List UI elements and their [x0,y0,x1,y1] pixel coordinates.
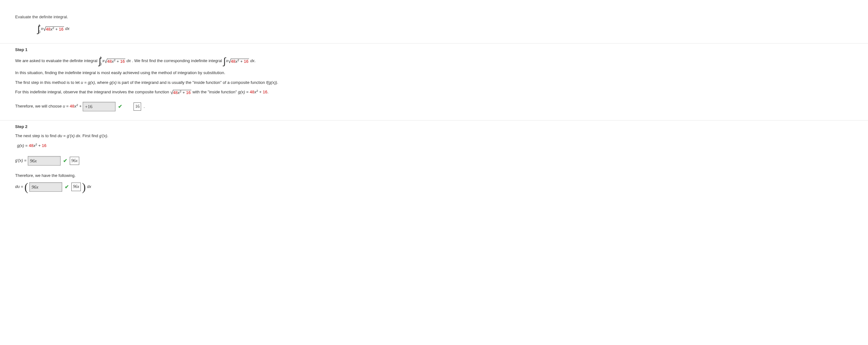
step2-line1: The next step is to find du = g'(x) dx. … [15,133,853,139]
period: . [277,80,278,85]
step1-line4: For this indefinite integral, observe th… [15,89,853,96]
step1-line3c: is part of the integrand and is usually … [117,80,266,85]
integral-sign-icon: ∫ [98,57,101,66]
gx: g(x) [238,90,245,94]
dx: dx [125,58,131,63]
radicand-coef: 48 [107,59,112,64]
step2-gx: g(x) = 48x2 + 16 [17,142,853,149]
radicand-coef: 48 [231,59,235,64]
eq: = [65,104,70,109]
answer3-correct: 96x [71,182,81,191]
eq: = [245,90,250,94]
g-paren: (x) [90,80,95,85]
radicand-coef: 48 [46,27,50,32]
g-func: g [110,80,112,85]
g-paren: (x) [112,80,117,85]
step1-line1a: We are asked to evaluate the definite in… [15,58,98,63]
gprime: g'(x) [99,133,107,138]
radicand-coef: 48 [173,90,177,95]
step2-line1a: The next step is to find [15,133,57,138]
eq: = [62,133,67,138]
radicand-plus: + [182,90,186,95]
radicand-plus: + [116,59,120,64]
integral-sign-icon: ∫ [223,57,226,66]
radicand-const: 16 [244,59,248,64]
prompt-section: Evaluate the definite integral. ∫ 1 0 x … [0,7,868,43]
answer2-correct: 96x [70,157,79,165]
radicand-const: 16 [120,59,125,64]
dx: dx [87,184,91,189]
gprime-label: g'(x) [15,158,23,163]
answer1-input[interactable]: +16 [83,102,116,111]
step1-line1c: . [254,58,256,63]
step1-line1b: . We first find the corresponding indefi… [132,58,223,63]
period: . [107,133,108,138]
step2-therefore: Therefore, we have the following. [15,172,853,179]
answer1-correct: 16 [133,103,141,111]
step2-line1b: . First find [80,133,99,138]
step1-line5: Therefore, we will choose u = 48x2 + +16… [15,102,853,111]
plus: + [78,104,83,109]
eq: = [23,158,28,163]
integral-sign-icon: ∫ [37,24,40,34]
dx: dx [75,133,80,138]
prompt-instruction: Evaluate the definite integral. [15,14,853,21]
paren-close-icon: ) [82,181,86,193]
gprime: g'(x) [67,133,75,138]
gx-label: g(x) [17,143,24,148]
eq: = [20,184,24,189]
du-label: du [15,184,20,189]
radicand-const: 16 [186,90,191,95]
radicand-plus: + [239,59,244,64]
step1-line5a: Therefore, we will choose [15,104,63,109]
paren-open-icon: ( [24,181,28,193]
answer3-input[interactable]: 96x [29,182,62,192]
const: 16 [42,143,46,148]
du: du [57,133,62,138]
check-icon: ✔ [118,103,122,111]
dx: dx [64,26,69,31]
check-icon: ✔ [65,183,69,191]
step1-line4b: with the "inside function" [192,90,238,94]
step2-gprime: g'(x) = 96x ✔ 96x [15,156,853,166]
check-icon: ✔ [63,157,67,165]
radicand-const: 16 [59,27,63,32]
step1-line2: In this situation, finding the indefinit… [15,70,853,76]
plus: + [37,143,42,148]
step2-section: Step 2 The next step is to find du = g'(… [0,120,868,200]
fg-paren: (g(x)) [267,80,277,85]
step2-title: Step 2 [15,124,853,129]
eq: = [24,143,29,148]
period: . [267,90,269,94]
const: 16 [262,90,267,94]
coef: 48 [70,104,74,109]
coef: 48 [29,143,33,148]
coef: 48 [250,90,254,94]
step1-line1: We are asked to evaluate the definite in… [15,56,853,67]
step1-line3: The first step in this method is to let … [15,79,853,86]
dx: dx [249,58,254,63]
step1-title: Step 1 [15,47,853,52]
step1-line3a: The first step in this method is to let [15,80,81,85]
answer2-input[interactable]: 96x [28,156,61,166]
step1-section: Step 1 We are asked to evaluate the defi… [0,43,868,120]
radicand-plus: + [54,27,59,32]
eq: = [83,80,88,85]
prompt-integral: ∫ 1 0 x √ 48x2 + 16 dx [37,24,853,34]
step1-line4a: For this indefinite integral, observe th… [15,90,170,94]
step1-line3b: , where [95,80,110,85]
plus: + [258,90,263,94]
period: . [144,104,145,109]
step2-du-line: du = ( 96x ✔ 96x ) dx [15,182,853,192]
